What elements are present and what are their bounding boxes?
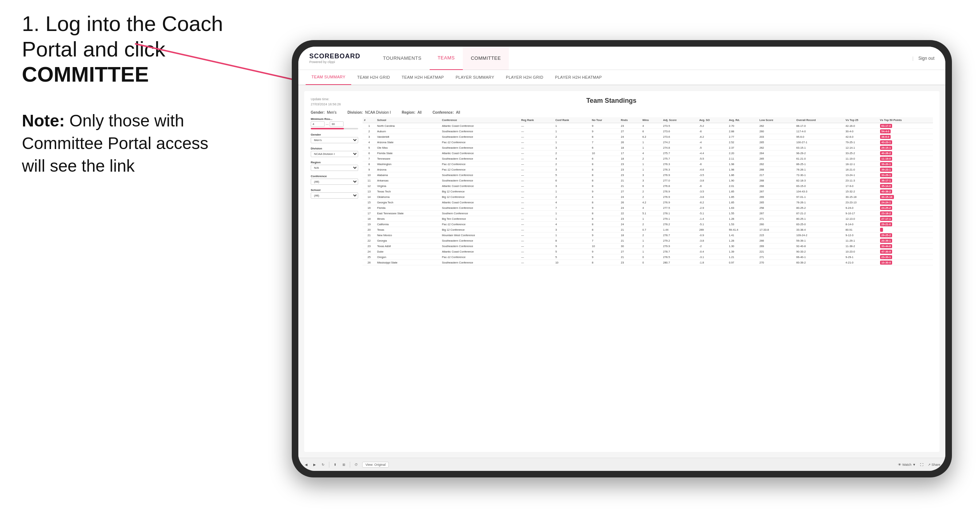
table-row: 6Florida StateAtlantic Coast Conference—… <box>363 151 933 156</box>
toolbar-clock-btn[interactable]: ⏱ <box>353 462 359 467</box>
toolbar-fullscreen-btn[interactable]: ⛶ <box>919 462 925 467</box>
filter-group-gender: Gender Men's <box>311 133 358 143</box>
nav-bar: SCOREBOARD Powered by clippi TOURNAMENTS… <box>298 47 945 70</box>
sub-nav-player-h2h-grid[interactable]: PLAYER H2H GRID <box>500 70 549 85</box>
sub-nav-team-h2h-heatmap[interactable]: TEAM H2H HEATMAP <box>396 70 450 85</box>
table-row: 7TennesseeSoutheastern Conference—461822… <box>363 156 933 162</box>
col-vs-top-25: Vs Top 25 <box>844 117 878 123</box>
logo-sub: Powered by clippi <box>309 60 360 64</box>
standings-table: # School Conference Reg Rank Conf Rank N… <box>363 117 933 265</box>
toolbar-bookmark-btn[interactable]: ⊞ <box>341 462 347 467</box>
col-wins: Wins <box>641 117 662 123</box>
col-adj-score: Adj. Score <box>662 117 698 123</box>
col-conference: Conference <box>441 117 520 123</box>
min-rounds-input[interactable] <box>311 121 325 127</box>
region-select[interactable]: N/A <box>311 165 358 171</box>
filter-group-minimum-rounds: Minimum Rou... — <box>311 117 358 129</box>
card-header: Update time: 27/03/2024 16:56:26 Team St… <box>311 97 933 107</box>
sub-nav-player-summary[interactable]: PLAYER SUMMARY <box>450 70 500 85</box>
rounds-slider[interactable] <box>311 128 358 129</box>
col-conf-rank: Conf Rank <box>554 117 590 123</box>
toolbar-watch-btn[interactable]: 👁 Watch ▼ <box>898 463 916 467</box>
update-time: Update time: 27/03/2024 16:56:26 <box>311 97 341 107</box>
table-row: 3VanderbiltSoutheastern Conference—28246… <box>363 134 933 140</box>
tablet-screen: SCOREBOARD Powered by clippi TOURNAMENTS… <box>298 47 945 471</box>
nav-teams[interactable]: TEAMS <box>430 47 463 70</box>
content-card: Update time: 27/03/2024 16:56:26 Team St… <box>304 91 940 452</box>
instruction-title: 1. Log into the Coach Portal and click C… <box>22 11 255 87</box>
col-rank: # <box>363 117 375 123</box>
scoreboard-logo: SCOREBOARD Powered by clippi <box>309 52 360 64</box>
toolbar-forward-btn[interactable]: ▶ <box>312 462 317 467</box>
table-row: 17East Tennessee StateSouthern Conferenc… <box>363 211 933 216</box>
col-school: School <box>375 117 441 123</box>
filter-group-school: School (All) <box>311 189 358 198</box>
logo-text: SCOREBOARD <box>309 52 360 60</box>
bottom-toolbar: ◀ ▶ ↻ ⬆ ⊞ ⏱ View: Original 👁 Watch ▼ ⛶ ↗ <box>298 458 945 471</box>
division-select[interactable]: NCAA Division I <box>311 151 358 157</box>
sign-out-link[interactable]: Sign out <box>918 56 934 61</box>
table-row: 21New MexicoMountain West Conference—191… <box>363 233 933 238</box>
nav-links: TOURNAMENTS TEAMS COMMITTEE <box>375 47 912 70</box>
toolbar-refresh-btn[interactable]: ↻ <box>320 462 326 467</box>
nav-committee[interactable]: COMMITTEE <box>463 47 509 70</box>
note-block: Note: Only those with Committee Portal a… <box>22 110 226 177</box>
table-row: 24DukeAtlantic Coast Conference—59271278… <box>363 249 933 254</box>
sub-nav: TEAM SUMMARY TEAM H2H GRID TEAM H2H HEAT… <box>298 70 945 85</box>
col-reg-rank: Reg Rank <box>520 117 554 123</box>
instruction-area: 1. Log into the Coach Portal and click C… <box>22 11 255 91</box>
table-row: 16FloridaSoutheastern Conference—7924427… <box>363 205 933 211</box>
toolbar-back-btn[interactable]: ◀ <box>304 462 309 467</box>
col-no-tour: No Tour <box>590 117 620 123</box>
table-row: 8WashingtonPac-12 Conference—28231276.3-… <box>363 162 933 167</box>
table-row: 25OregonPac-12 Conference—59210278.5-3.1… <box>363 254 933 260</box>
table-row: 9ArizonaPac-12 Conference—38231276.3-4.6… <box>363 167 933 172</box>
table-row: 20TexasBig 12 Conference—38210.71.442695… <box>363 227 933 233</box>
nav-right: | Sign out <box>912 56 934 61</box>
col-rnds: Rnds <box>619 117 641 123</box>
max-rounds-input[interactable] <box>330 121 344 127</box>
conference-select[interactable]: (All) <box>311 179 358 185</box>
table-row: 19CaliforniaPac-12 Conference—48242278.2… <box>363 222 933 227</box>
sub-nav-team-h2h-grid[interactable]: TEAM H2H GRID <box>351 70 396 85</box>
tablet-frame: SCOREBOARD Powered by clippi TOURNAMENTS… <box>292 40 952 478</box>
filter-group-conference: Conference (All) <box>311 175 358 185</box>
nav-tournaments[interactable]: TOURNAMENTS <box>375 47 430 70</box>
table-row: 12VirginiaAtlantic Coast Conference—3821… <box>363 183 933 189</box>
gender-select[interactable]: Men's <box>311 137 358 143</box>
table-row: 4Arizona StatePac-12 Conference—17261274… <box>363 140 933 145</box>
table-row: 18IllinoisBig Ten Conference—18231279.1-… <box>363 216 933 222</box>
table-row: 5Ole MissSoutheastern Conference—3618127… <box>363 145 933 151</box>
toolbar-view-original-btn[interactable]: View: Original <box>362 462 389 468</box>
filter-group-division: Division NCAA Division I <box>311 147 358 157</box>
table-row: 13Texas TechBig 12 Conference—19272276.9… <box>363 189 933 194</box>
content-body: Minimum Rou... — Gender <box>311 117 933 444</box>
table-row: 23Texas A&MSoutheastern Conference—91030… <box>363 243 933 249</box>
table-row: 1North CarolinaAtlantic Coast Conference… <box>363 123 933 129</box>
toolbar-share-btn[interactable]: ↗ Share <box>928 463 940 467</box>
main-content: Update time: 27/03/2024 16:56:26 Team St… <box>298 85 945 458</box>
filter-row: Gender: Men's Division: NCAA Division I … <box>311 110 933 114</box>
table-row: 26Mississippi StateSoutheastern Conferen… <box>363 260 933 265</box>
sub-nav-player-h2h-heatmap[interactable]: PLAYER H2H HEATMAP <box>549 70 608 85</box>
card-title: Team Standings <box>341 97 882 105</box>
filters-panel: Minimum Rou... — Gender <box>311 117 358 444</box>
col-avg-so: Avg. SO <box>698 117 727 123</box>
filter-group-region: Region N/A <box>311 161 358 171</box>
table-row: 14OklahomaBig 12 Conference—24242276.9-3… <box>363 194 933 200</box>
table-row: 15Georgia TechAtlantic Coast Conference—… <box>363 200 933 205</box>
toolbar-share-ext-btn[interactable]: ⬆ <box>332 462 338 467</box>
table-row: 10AlabamaSoutheastern Conference—5823327… <box>363 172 933 178</box>
col-avg-rd: Avg. Rd. <box>727 117 758 123</box>
table-row: 22GeorgiaSoutheastern Conference—8721127… <box>363 238 933 243</box>
sub-nav-team-summary[interactable]: TEAM SUMMARY <box>305 70 351 85</box>
col-overall-record: Overall Record <box>795 117 844 123</box>
col-vs-top-50-points: Vs Top 50 Points <box>878 117 933 123</box>
table-row: 2AuburnSoutheastern Conference—19276273.… <box>363 129 933 134</box>
school-select[interactable]: (All) <box>311 192 358 198</box>
table-row: 11ArkansasSoutheastern Conference—682132… <box>363 178 933 183</box>
col-low-score: Low Score <box>758 117 795 123</box>
table-area: # School Conference Reg Rank Conf Rank N… <box>363 117 933 444</box>
